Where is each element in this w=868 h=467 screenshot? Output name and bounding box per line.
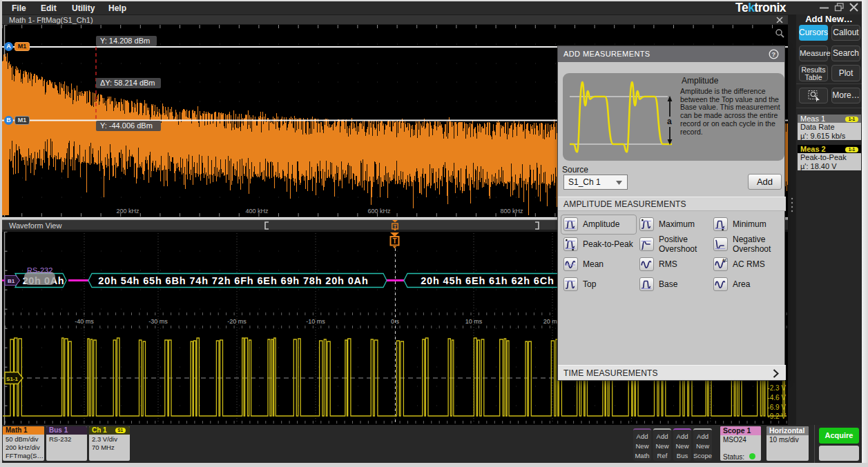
svg-text:S1-1: S1-1 [6, 376, 18, 382]
svg-text:20h 45h 6Eh 61h 62h 6Ch: 20h 45h 6Eh 61h 62h 6Ch [421, 275, 554, 286]
svg-text:T: T [394, 223, 397, 230]
svg-text:AC: AC [722, 258, 728, 262]
svg-text:T: T [392, 237, 396, 245]
svg-text:B1: B1 [8, 278, 15, 284]
svg-text:20h 54h 65h 6Bh 74h 72h 6Fh 6E: 20h 54h 65h 6Bh 74h 72h 6Fh 6Eh 69h 78h … [98, 275, 368, 286]
